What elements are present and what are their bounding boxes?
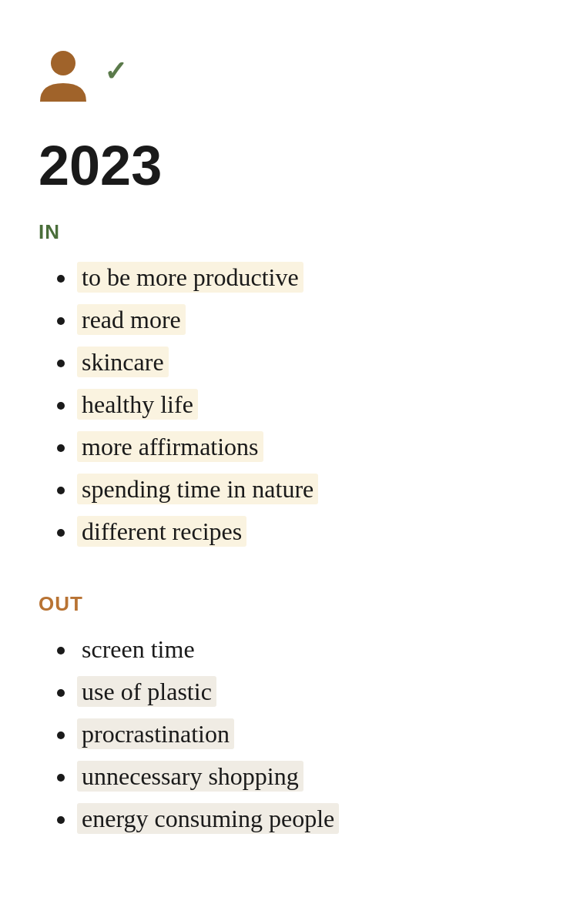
list-item: more affirmations [77,433,541,461]
list-item: screen time [77,635,541,664]
list-item: use of plastic [77,678,541,706]
list-item: healthy life [77,390,541,419]
year-heading: 2023 [39,134,541,197]
list-item: different recipes [77,517,541,546]
svg-point-0 [51,51,75,75]
in-label: IN [39,220,541,244]
item-text: read more [77,304,186,335]
out-label: OUT [39,592,541,616]
item-text: use of plastic [77,676,216,707]
item-text: procrastination [77,718,234,749]
out-section: OUT screen time use of plastic procrasti… [39,592,541,833]
list-item: spending time in nature [77,475,541,504]
list-item: read more [77,306,541,334]
item-text: healthy life [77,389,198,420]
list-item: skincare [77,348,541,377]
list-item: energy consuming people [77,805,541,833]
list-item: to be more productive [77,263,541,292]
item-text: to be more productive [77,262,303,293]
item-text: skincare [77,346,169,377]
list-item: procrastination [77,720,541,748]
in-section: IN to be more productive read more skinc… [39,220,541,546]
item-text: spending time in nature [77,474,318,504]
in-items-list: to be more productive read more skincare… [39,263,541,546]
item-text: different recipes [77,516,246,547]
item-text: screen time [77,634,199,665]
person-icon [39,46,100,108]
item-text: unnecessary shopping [77,761,303,792]
header-icon: ✓ [39,46,541,111]
item-text: more affirmations [77,431,263,462]
checkmark-icon: ✓ [104,55,127,88]
out-items-list: screen time use of plastic procrastinati… [39,635,541,833]
list-item: unnecessary shopping [77,762,541,791]
item-text: energy consuming people [77,803,339,834]
